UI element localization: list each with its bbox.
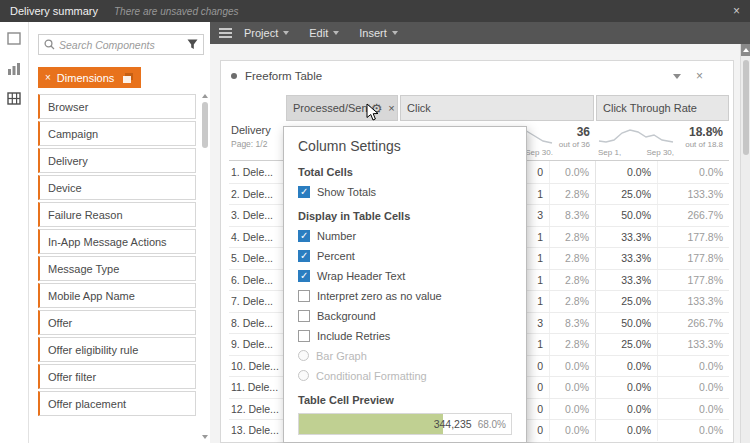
dimension-list-item[interactable]: Message Type xyxy=(38,256,196,281)
dimension-list-item[interactable]: Browser xyxy=(38,94,196,119)
ctr-out-of: out of 18.8 xyxy=(685,140,723,149)
chevron-down-icon xyxy=(333,31,339,35)
dimension-list-item[interactable]: Campaign xyxy=(38,121,196,146)
display-option-include-retries[interactable]: Include Retries xyxy=(298,329,512,342)
column-label: Click xyxy=(407,102,431,114)
cell-value: 0.0% xyxy=(596,161,651,183)
mouse-cursor xyxy=(366,103,379,122)
date-label: Sep 1, xyxy=(598,148,621,157)
dimension-list-item[interactable]: Offer eligibility rule xyxy=(38,337,196,362)
row-dimension-label[interactable]: 8. Dele... xyxy=(229,313,286,334)
checkbox-checked-icon[interactable] xyxy=(298,230,310,242)
row-ctr-cell: 0.0%0.0% xyxy=(596,356,729,377)
checkbox-unchecked-icon[interactable] xyxy=(298,310,310,322)
sidebar-scrollbar[interactable] xyxy=(200,94,209,439)
menu-edit[interactable]: Edit xyxy=(309,27,339,39)
menu-insert[interactable]: Insert xyxy=(359,27,398,39)
preview-value: 344,235 xyxy=(434,418,472,430)
dimension-list-item[interactable]: In-App Message Actions xyxy=(38,229,196,254)
left-icon-rail xyxy=(0,22,29,443)
remove-column-icon[interactable]: × xyxy=(388,103,394,114)
row-dimension-label[interactable]: 9. Dele... xyxy=(229,334,286,355)
panels-icon[interactable] xyxy=(7,32,21,45)
remove-filter-icon[interactable]: × xyxy=(45,72,51,83)
search-input[interactable] xyxy=(59,39,183,51)
dimension-list: BrowserCampaignDeliveryDeviceFailure Rea… xyxy=(38,94,196,418)
display-option-percent[interactable]: Percent xyxy=(298,249,512,262)
row-dimension-label[interactable]: 13. Dele... xyxy=(229,420,286,441)
dimensions-filter-chip[interactable]: × Dimensions xyxy=(38,67,141,88)
dimension-list-item[interactable]: Offer filter xyxy=(38,364,196,389)
table-cell-preview: 344,235 68.0% xyxy=(298,413,512,435)
option-label: Conditional Formatting xyxy=(316,370,427,382)
search-box xyxy=(38,34,204,55)
checkbox-unchecked-icon[interactable] xyxy=(298,330,310,342)
dimension-list-item[interactable]: Offer xyxy=(38,310,196,335)
cell-value: 50.0% xyxy=(596,205,651,226)
option-label: Interpret zero as no value xyxy=(317,290,442,302)
row-ctr-cell: 25.0%133.3% xyxy=(596,184,729,205)
cell-percent: 177.8% xyxy=(657,248,729,269)
display-option-interpret-zero-as-no-value[interactable]: Interpret zero as no value xyxy=(298,289,512,302)
row-ctr-cell: 0.0%0.0% xyxy=(596,377,729,398)
checkbox-checked-icon[interactable] xyxy=(298,186,310,198)
option-label: Include Retries xyxy=(317,330,390,342)
collapse-panel-chevron-icon[interactable] xyxy=(673,74,681,79)
row-dimension-label[interactable]: 5. Dele... xyxy=(229,248,286,269)
cell-percent: 177.8% xyxy=(657,227,729,248)
dimension-list-item[interactable]: Device xyxy=(38,175,196,200)
hamburger-menu-icon[interactable] xyxy=(219,28,232,38)
column-header-click[interactable]: Click xyxy=(400,95,594,121)
scroll-up-icon[interactable] xyxy=(202,94,208,98)
section-display-in-table-cells: Display in Table Cells xyxy=(298,210,512,222)
visualizations-icon[interactable] xyxy=(7,62,21,75)
dimension-list-item[interactable]: Offer placement xyxy=(38,391,196,416)
row-dimension-label[interactable]: 10. Dele... xyxy=(229,356,286,377)
column-header-processed-sent[interactable]: Processed/Sent ⚙ × xyxy=(286,95,398,121)
scroll-up-button[interactable] xyxy=(741,44,750,56)
click-total: 36 xyxy=(559,125,590,139)
row-dimension-label[interactable]: 11. Dele... xyxy=(229,377,286,398)
unsaved-changes-text: There are unsaved changes xyxy=(114,6,239,17)
row-dimension-label[interactable]: 1. Dele... xyxy=(229,161,286,183)
row-dimension-label[interactable]: 3. Dele... xyxy=(229,205,286,226)
dimension-pagination[interactable]: Page: 1/2 xyxy=(231,139,286,149)
main-scrollbar[interactable] xyxy=(740,44,750,443)
cell-value: 33.3% xyxy=(596,227,651,248)
scroll-down-icon[interactable] xyxy=(202,435,208,439)
close-icon[interactable]: × xyxy=(733,4,740,18)
row-dimension-label[interactable]: 6. Dele... xyxy=(229,270,286,291)
dimension-list-item[interactable]: Mobile App Name xyxy=(38,283,196,308)
row-ctr-cell: 50.0%266.7% xyxy=(596,205,729,226)
cell-percent: 0.0% xyxy=(549,161,595,183)
dimension-list-item[interactable]: Failure Reason xyxy=(38,202,196,227)
row-dimension-label[interactable]: 7. Dele... xyxy=(229,291,286,312)
components-icon[interactable] xyxy=(7,92,21,105)
menu-bar: Project Edit Insert xyxy=(210,22,750,44)
cell-percent: 8.3% xyxy=(549,313,595,334)
dimension-list-item[interactable]: Delivery xyxy=(38,148,196,173)
column-header-click-through-rate[interactable]: Click Through Rate xyxy=(596,95,729,121)
cell-value: 33.3% xyxy=(596,270,651,291)
display-option-wrap-header-text[interactable]: Wrap Header Text xyxy=(298,269,512,282)
display-option-background[interactable]: Background xyxy=(298,309,512,322)
menu-project[interactable]: Project xyxy=(244,27,289,39)
row-dimension-label[interactable]: 12. Dele... xyxy=(229,399,286,420)
sidebar-scrollbar-thumb[interactable] xyxy=(202,102,208,148)
show-totals-option[interactable]: Show Totals xyxy=(298,185,512,198)
row-dimension-label[interactable]: 4. Dele... xyxy=(229,227,286,248)
section-total-cells: Total Cells xyxy=(298,166,512,178)
display-option-number[interactable]: Number xyxy=(298,229,512,242)
ctr-sparkline xyxy=(598,125,674,147)
row-dimension-label[interactable]: 2. Dele... xyxy=(229,184,286,205)
checkbox-checked-icon[interactable] xyxy=(298,270,310,282)
main-scrollbar-thumb[interactable] xyxy=(743,60,749,155)
panel-color-dot-icon xyxy=(231,73,237,79)
checkbox-checked-icon[interactable] xyxy=(298,250,310,262)
click-out-of: out of 36 xyxy=(559,140,590,149)
close-panel-icon[interactable]: × xyxy=(696,70,703,82)
row-ctr-cell: 33.3%177.8% xyxy=(596,270,729,291)
filter-icon[interactable] xyxy=(187,39,198,50)
column-settings-popup: Column Settings Total Cells Show Totals … xyxy=(283,126,527,443)
checkbox-unchecked-icon[interactable] xyxy=(298,290,310,302)
